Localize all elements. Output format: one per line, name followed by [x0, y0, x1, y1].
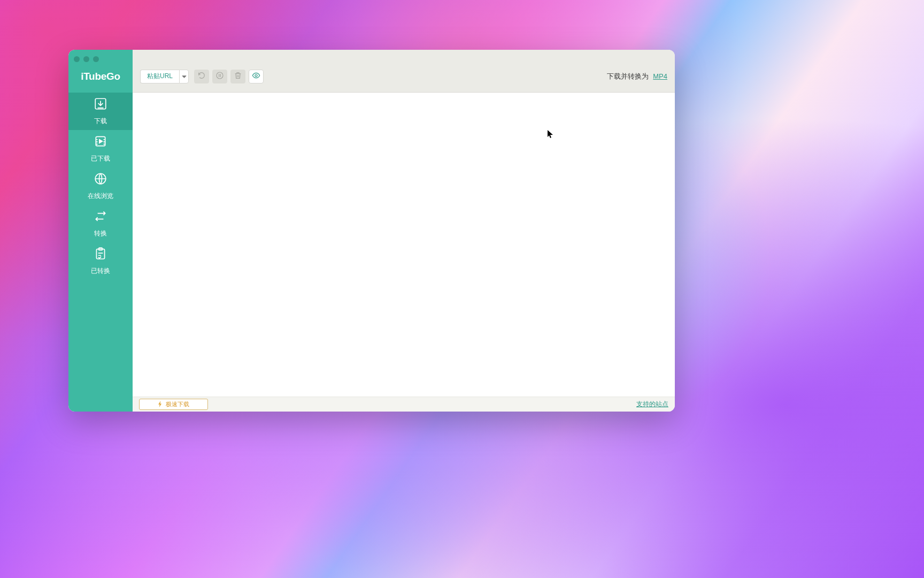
- sidebar-item-download[interactable]: 下载: [68, 93, 133, 130]
- sidebar-item-label: 转换: [94, 229, 107, 238]
- close-icon[interactable]: [74, 56, 80, 62]
- trash-icon: [234, 71, 242, 82]
- sidebar-item-label: 已下载: [91, 154, 110, 163]
- toolbar: 粘贴URL: [133, 50, 675, 93]
- sidebar: iTubeGo 下载 已下载 在线浏览: [68, 50, 133, 412]
- main-area: 粘贴URL: [133, 50, 675, 412]
- show-button[interactable]: [249, 70, 264, 83]
- turbo-label: 极速下载: [166, 400, 189, 408]
- paste-url-combo: 粘贴URL: [140, 70, 189, 83]
- turbo-download-button[interactable]: 极速下载: [139, 399, 208, 410]
- format-select-link[interactable]: MP4: [653, 72, 667, 80]
- toolbar-inner: 粘贴URL: [140, 70, 667, 83]
- convert-label: 下载并转换为: [607, 72, 649, 81]
- minimize-icon[interactable]: [83, 56, 89, 62]
- download-box-icon: [94, 97, 107, 113]
- delete-button[interactable]: [230, 70, 245, 83]
- chevron-down-icon: [182, 72, 187, 81]
- sidebar-items: 下载 已下载 在线浏览 转换: [68, 93, 133, 280]
- globe-icon: [94, 172, 107, 188]
- svg-point-5: [217, 72, 223, 79]
- statusbar: 极速下载 支持的站点: [133, 397, 675, 412]
- paste-url-label: 粘贴URL: [147, 72, 173, 81]
- sidebar-item-label: 已转换: [91, 267, 110, 276]
- clipboard-check-icon: [94, 247, 107, 263]
- app-window: iTubeGo 下载 已下载 在线浏览: [68, 50, 675, 412]
- supported-sites-link[interactable]: 支持的站点: [636, 400, 668, 409]
- app-logo: iTubeGo: [68, 71, 133, 82]
- maximize-icon[interactable]: [93, 56, 99, 62]
- toolbar-icons: [194, 70, 264, 83]
- lightning-icon: [158, 401, 163, 408]
- eye-icon: [252, 71, 260, 82]
- sidebar-header: iTubeGo: [68, 50, 133, 93]
- content-area: [133, 93, 675, 397]
- pause-circle-icon: [215, 71, 224, 82]
- sidebar-item-label: 在线浏览: [88, 192, 113, 201]
- sidebar-item-label: 下载: [94, 117, 107, 126]
- convert-group: 下载并转换为 MP4: [607, 72, 667, 81]
- pause-button[interactable]: [212, 70, 227, 83]
- window-controls[interactable]: [68, 53, 133, 62]
- paste-url-dropdown[interactable]: [179, 70, 189, 83]
- sidebar-item-convert[interactable]: 转换: [68, 205, 133, 242]
- convert-icon: [94, 209, 107, 225]
- mouse-cursor: [548, 130, 554, 139]
- refresh-icon: [197, 71, 206, 82]
- sidebar-item-downloaded[interactable]: 已下载: [68, 130, 133, 168]
- sidebar-item-converted[interactable]: 已转换: [68, 242, 133, 280]
- svg-point-6: [255, 74, 257, 77]
- film-icon: [94, 134, 107, 150]
- retry-button[interactable]: [194, 70, 209, 83]
- paste-url-button[interactable]: 粘贴URL: [140, 70, 179, 83]
- sidebar-item-browse[interactable]: 在线浏览: [68, 168, 133, 205]
